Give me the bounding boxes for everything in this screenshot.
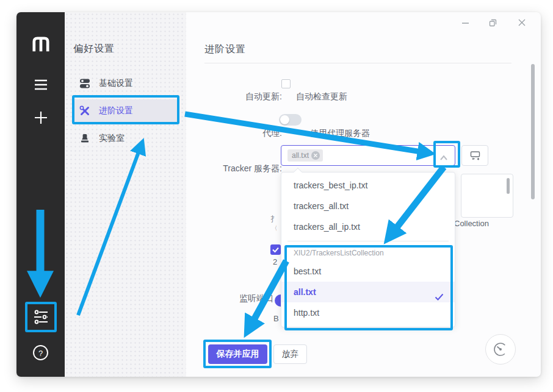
screen: ? 偏好设置 基础设置 bbox=[0, 0, 553, 392]
help-glyph: ? bbox=[38, 348, 43, 357]
nav-item-basic[interactable]: 基础设置 bbox=[74, 72, 178, 95]
proxy-label: 代理: bbox=[212, 128, 282, 139]
hidden-number-fragment: 2 bbox=[273, 257, 277, 266]
tag-close-icon[interactable] bbox=[311, 151, 320, 160]
tracker-tag-label: all.txt bbox=[292, 151, 309, 160]
close-button[interactable] bbox=[518, 18, 526, 27]
basic-settings-icon bbox=[79, 78, 90, 89]
proxy-toggle-label[interactable]: 使用代理服务器 bbox=[310, 128, 370, 139]
nav-item-label: 实验室 bbox=[99, 133, 125, 144]
hidden-checkbox-fragment bbox=[270, 244, 281, 255]
tracker-dropdown: trackers_best_ip.txt trackers_all.txt tr… bbox=[281, 172, 455, 327]
nav-item-advanced[interactable]: 进阶设置 bbox=[74, 99, 178, 123]
dropdown-item-label: all.txt bbox=[294, 287, 316, 297]
sync-trackers-button[interactable] bbox=[461, 145, 488, 166]
motrix-logo-icon bbox=[16, 34, 65, 55]
check-icon bbox=[435, 288, 444, 308]
tracker-tag: all.txt bbox=[287, 149, 323, 162]
speed-limit-button[interactable] bbox=[485, 334, 516, 365]
add-task-icon[interactable] bbox=[16, 110, 65, 126]
dropdown-item[interactable]: trackers_all_ip.txt bbox=[281, 216, 455, 237]
auto-update-label: 自动更新: bbox=[212, 91, 282, 102]
maximize-button[interactable] bbox=[488, 18, 497, 27]
save-apply-button[interactable]: 保存并应用 bbox=[208, 344, 267, 364]
dropdown-item[interactable]: http.txt bbox=[281, 302, 455, 323]
lab-icon bbox=[79, 133, 90, 144]
hidden-text-fragment: 〈 bbox=[271, 224, 276, 233]
task-list-icon[interactable] bbox=[16, 77, 65, 93]
advanced-settings-icon bbox=[79, 105, 90, 116]
dropdown-group-label: XIU2/TrackersListCollection bbox=[281, 245, 455, 261]
hidden-letter-fragment: B bbox=[273, 314, 279, 323]
minimize-button[interactable] bbox=[461, 18, 469, 27]
collection-link-fragment[interactable]: Collection bbox=[454, 219, 489, 228]
dropdown-item-selected[interactable]: all.txt bbox=[281, 282, 455, 302]
discard-button[interactable]: 放弃 bbox=[273, 344, 307, 364]
listen-port-label: 监听端口 bbox=[203, 293, 273, 304]
proxy-toggle[interactable] bbox=[279, 114, 302, 126]
tracker-list-textarea[interactable] bbox=[461, 174, 513, 218]
nav-title: 偏好设置 bbox=[73, 43, 115, 55]
window-scrollbar[interactable] bbox=[531, 64, 535, 199]
textarea-scrollbar[interactable] bbox=[507, 178, 510, 194]
page-title: 进阶设置 bbox=[204, 43, 246, 56]
dropdown-item[interactable]: trackers_all.txt bbox=[281, 196, 455, 216]
nav-item-lab[interactable]: 实验室 bbox=[74, 127, 178, 150]
nav-item-label: 基础设置 bbox=[99, 78, 133, 89]
dropdown-item[interactable]: trackers_best_ip.txt bbox=[281, 175, 455, 196]
preferences-nav: 偏好设置 基础设置 bbox=[65, 12, 186, 377]
nav-item-label: 进阶设置 bbox=[99, 105, 133, 116]
app-sidebar: ? bbox=[16, 12, 65, 377]
dropdown-item[interactable]: best.txt bbox=[281, 261, 455, 282]
auto-update-checkbox[interactable] bbox=[281, 79, 291, 88]
dropdown-divider bbox=[287, 241, 449, 241]
title-divider bbox=[204, 63, 511, 63]
hidden-text-fragment: 扌 bbox=[270, 214, 277, 224]
collapse-chevron-icon[interactable] bbox=[439, 152, 448, 163]
help-icon[interactable]: ? bbox=[16, 344, 65, 361]
tracker-label: Tracker 服务器: bbox=[212, 163, 282, 174]
auto-update-checkbox-label[interactable]: 自动检查更新 bbox=[296, 91, 347, 102]
tracker-select-input[interactable]: all.txt bbox=[281, 145, 455, 166]
preferences-icon[interactable] bbox=[16, 308, 65, 326]
app-window: ? 偏好设置 基础设置 bbox=[16, 12, 541, 377]
